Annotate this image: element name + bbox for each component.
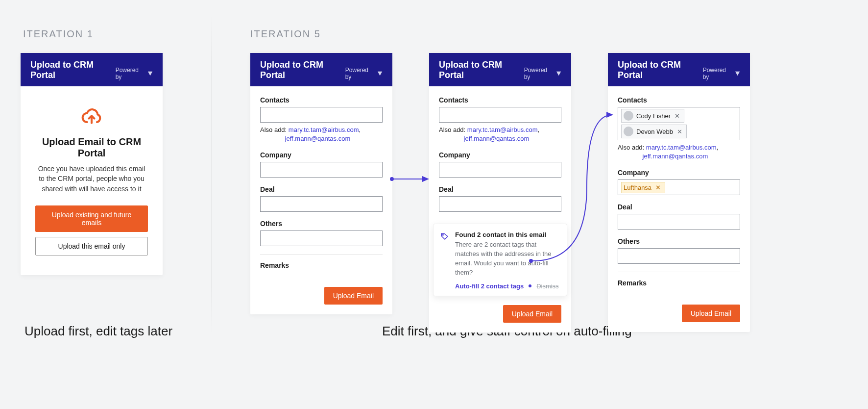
also-add-label: Also add: <box>618 144 644 151</box>
company-input[interactable] <box>439 162 561 178</box>
upload-email-button[interactable]: Upload Email <box>324 287 383 305</box>
powered-by-label: Powered by <box>524 67 553 80</box>
also-add: Also add: mary.tc.tam@airbus.com, jeff.m… <box>439 126 561 143</box>
flow-arrow-1 <box>390 174 431 184</box>
others-label: Others <box>618 237 740 245</box>
avatar-icon <box>624 127 633 136</box>
powered-by: Powered by <box>524 67 561 80</box>
card-iteration-1: Upload to CRM Portal Powered by Upload E… <box>21 53 163 275</box>
deal-label: Deal <box>618 203 740 211</box>
divider <box>618 272 740 272</box>
powered-by-label: Powered by <box>345 67 374 80</box>
others-field: Others <box>260 220 383 246</box>
chip-label: Devon Webb <box>636 128 673 135</box>
card-body: Contacts Also add: mary.tc.tam@airbus.co… <box>250 86 392 282</box>
upload-title: Upload Email to CRM Portal <box>35 136 148 159</box>
powered-by-label: Powered by <box>116 67 145 80</box>
close-icon[interactable]: ✕ <box>674 112 681 120</box>
company-chip-lufthansa[interactable]: Lufthansa ✕ <box>621 182 665 193</box>
also-add-email-1[interactable]: mary.tc.tam@airbus.com <box>467 126 538 133</box>
svg-point-0 <box>442 234 443 235</box>
iteration-5-label: ITERATION 5 <box>250 28 321 40</box>
cloud-upload-icon <box>35 106 148 129</box>
upload-email-button[interactable]: Upload Email <box>503 305 561 323</box>
hint-actions: Auto-fill 2 contact tags Dismiss <box>455 282 560 290</box>
chip-label: Lufthansa <box>624 184 651 191</box>
brand-icon <box>147 71 153 77</box>
iteration-1-label: ITERATION 1 <box>23 28 94 40</box>
hint-content: Found 2 contact in this email There are … <box>455 231 560 289</box>
chip-label: Cody Fisher <box>636 112 671 120</box>
deal-label: Deal <box>260 185 383 193</box>
dismiss-action[interactable]: Dismiss <box>536 282 559 290</box>
also-add-email-2[interactable]: jeff.mann@qantas.com <box>464 135 530 142</box>
upload-existing-future-button[interactable]: Upload existing and future emails <box>35 205 148 232</box>
also-add-email-1[interactable]: mary.tc.tam@airbus.com <box>289 126 359 133</box>
dot-icon <box>529 284 531 287</box>
deal-input[interactable] <box>260 196 383 212</box>
autofill-action[interactable]: Auto-fill 2 contact tags <box>455 282 524 290</box>
upload-this-only-button[interactable]: Upload this email only <box>35 237 148 256</box>
also-add-email-2[interactable]: jeff.mann@qantas.com <box>285 135 351 142</box>
header-title: Upload to CRM Portal <box>439 60 524 80</box>
also-add-email-1[interactable]: mary.tc.tam@airbus.com <box>646 144 717 151</box>
company-field: Company <box>260 151 383 178</box>
hint-body: There are 2 contact tags that matches wi… <box>455 240 560 277</box>
contacts-label: Contacts <box>439 96 561 104</box>
deal-field: Deal <box>618 203 740 230</box>
card-body: Contacts Cody Fisher ✕ Devon Webb ✕ Also… <box>608 86 750 300</box>
contact-chip-devon[interactable]: Devon Webb ✕ <box>621 125 687 138</box>
header-title: Upload to CRM Portal <box>30 60 116 80</box>
powered-by-label: Powered by <box>703 67 732 80</box>
company-input[interactable]: Lufthansa ✕ <box>618 179 740 195</box>
brand-icon <box>377 71 383 77</box>
others-field: Others <box>618 237 740 264</box>
card-iteration-5b: Upload to CRM Portal Powered by Contacts… <box>429 53 571 332</box>
avatar-icon <box>624 111 633 121</box>
card-header: Upload to CRM Portal Powered by <box>250 53 392 86</box>
contacts-label: Contacts <box>618 96 740 104</box>
card-footer: Upload Email <box>250 282 392 314</box>
deal-field: Deal <box>260 185 383 212</box>
close-icon[interactable]: ✕ <box>676 128 683 135</box>
card-body: Upload Email to CRM Portal Once you have… <box>21 86 163 275</box>
card-footer: Upload Email <box>608 300 750 332</box>
others-label: Others <box>260 220 383 228</box>
brand-icon <box>556 71 561 77</box>
others-input[interactable] <box>618 248 740 264</box>
powered-by: Powered by <box>345 67 383 80</box>
company-input[interactable] <box>260 162 383 178</box>
contacts-label: Contacts <box>260 96 383 104</box>
contacts-input[interactable] <box>439 107 561 123</box>
card-header: Upload to CRM Portal Powered by <box>608 53 750 86</box>
company-field: Company <box>439 151 561 178</box>
others-input[interactable] <box>260 230 383 246</box>
deal-input[interactable] <box>439 196 561 212</box>
company-label: Company <box>439 151 561 159</box>
card-iteration-5a: Upload to CRM Portal Powered by Contacts… <box>250 53 392 314</box>
upload-email-button[interactable]: Upload Email <box>682 305 740 322</box>
header-title: Upload to CRM Portal <box>618 60 703 80</box>
caption-iteration-1: Upload first, edit tags later <box>24 324 172 339</box>
card-header: Upload to CRM Portal Powered by <box>429 53 571 86</box>
card-iteration-5c: Upload to CRM Portal Powered by Contacts… <box>608 53 750 332</box>
contacts-input[interactable]: Cody Fisher ✕ Devon Webb ✕ <box>618 107 740 140</box>
contacts-field: Contacts Cody Fisher ✕ Devon Webb ✕ Also… <box>618 96 740 161</box>
company-label: Company <box>618 169 740 177</box>
deal-field: Deal <box>439 185 561 212</box>
also-add-label: Also add: <box>260 126 287 133</box>
hint-title: Found 2 contact in this email <box>455 231 560 238</box>
tag-icon <box>440 232 449 289</box>
header-title: Upload to CRM Portal <box>260 60 345 80</box>
contacts-input[interactable] <box>260 107 383 123</box>
brand-icon <box>735 71 740 77</box>
remarks-label: Remarks <box>260 261 383 269</box>
deal-input[interactable] <box>618 214 740 230</box>
contact-chip-cody[interactable]: Cody Fisher ✕ <box>621 109 684 123</box>
deal-label: Deal <box>439 185 561 193</box>
autofill-hint: Found 2 contact in this email There are … <box>433 224 567 296</box>
also-add-email-2[interactable]: jeff.mann@qantas.com <box>643 153 708 160</box>
close-icon[interactable]: ✕ <box>654 184 662 191</box>
divider <box>260 254 383 255</box>
contacts-field: Contacts Also add: mary.tc.tam@airbus.co… <box>439 96 561 143</box>
